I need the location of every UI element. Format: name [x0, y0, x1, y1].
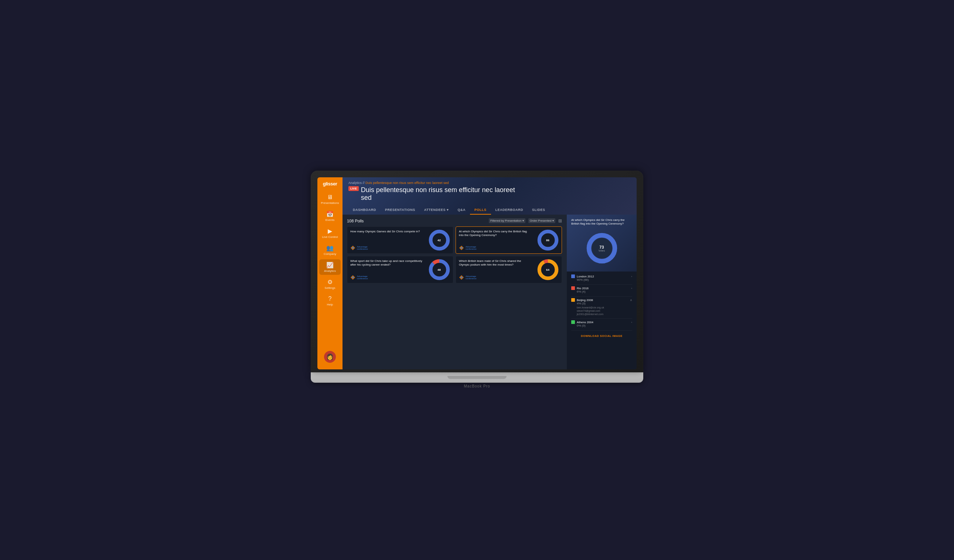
beijing-color-dot	[571, 298, 575, 302]
result-athens: Athens 2004 › 0% (0)	[571, 320, 632, 327]
votes-number: 73	[599, 245, 605, 249]
livecontrol-icon: ▶	[328, 227, 332, 235]
polls-grid: How many Olympic Games did Sir Chris com…	[347, 226, 562, 283]
tab-attendees[interactable]: ATTENDEES ▾	[420, 206, 454, 215]
sidebar-item-presentations[interactable]: 🖥 Presentations	[319, 192, 341, 207]
poll-logo-1: Advantageconference	[350, 245, 422, 250]
tab-leaderboard[interactable]: LEADERBOARD	[491, 206, 528, 215]
divider-1	[571, 285, 632, 285]
sidebar-item-livecontrol[interactable]: ▶ Live Control	[319, 226, 341, 241]
sidebar-label-presentations: Presentations	[321, 201, 339, 205]
help-icon: ?	[329, 296, 332, 302]
donut-label-4: 64	[546, 268, 549, 271]
hero-header: Analytics // Duis pellentesque non risus…	[343, 177, 637, 215]
poll-card-4[interactable]: Which British team mate of Sir Chris sha…	[455, 256, 562, 283]
beijing-chevron: ∧	[630, 299, 632, 302]
rio-name: Rio 2016	[577, 287, 589, 290]
order-presented[interactable]: Order Presented ▾	[528, 218, 555, 223]
divider-2	[571, 296, 632, 297]
donut-4: 64	[537, 258, 559, 281]
settings-icon: ⚙	[327, 278, 332, 286]
athens-color-dot	[571, 320, 575, 324]
rio-chevron: ›	[631, 287, 632, 290]
presentations-icon: 🖥	[327, 194, 333, 201]
breadcrumb-separator: //	[363, 181, 366, 185]
sidebar-item-events[interactable]: 📅 Events	[319, 208, 341, 224]
advantage-text-4: Advantageconference	[466, 275, 477, 280]
sidebar-label-help: Help	[327, 303, 333, 306]
sidebar-item-help[interactable]: ? Help	[319, 293, 341, 308]
sidebar-item-analytics[interactable]: 📈 Analytics	[319, 259, 341, 275]
analytics-icon: 📈	[326, 261, 334, 269]
tab-dashboard[interactable]: DASHBOARD	[348, 206, 380, 215]
poll-card-1-left: How many Olympic Games did Sir Chris com…	[347, 227, 425, 254]
result-beijing-label-row: Beijing 2008	[571, 298, 593, 302]
donut-3: 48	[428, 258, 450, 281]
right-panel: At which Olympics did Sir Chris carry th…	[566, 215, 637, 369]
advantage-logo-icon-1	[350, 245, 355, 250]
email-3: jk2001@btinternet.com	[577, 313, 632, 316]
poll-card-1[interactable]: How many Olympic Games did Sir Chris com…	[347, 226, 454, 254]
poll-logo-4: Advantageconference	[459, 275, 531, 280]
result-london-header[interactable]: London 2012 ›	[571, 274, 632, 278]
sidebar-label-analytics: Analytics	[324, 269, 336, 272]
donut-label-2: 86	[546, 238, 549, 241]
large-donut-label: 73 Votes	[599, 245, 605, 252]
poll-question-4: Which British team mate of Sir Chris sha…	[459, 259, 531, 267]
london-name: London 2012	[577, 275, 594, 278]
beijing-percentage: 4% (3)	[571, 302, 632, 305]
tab-polls[interactable]: POLLS	[470, 206, 491, 215]
email-2: steve74@gmail.com	[577, 310, 632, 312]
sidebar-item-company[interactable]: 👥 Company	[319, 242, 341, 258]
poll-logo-3: Advantageconference	[350, 275, 422, 280]
rio-color-dot	[571, 286, 575, 290]
beijing-name: Beijing 2008	[577, 299, 593, 302]
poll-card-3[interactable]: What sport did Sir Chris take up and rac…	[347, 256, 454, 283]
tab-slides[interactable]: SLIDES	[528, 206, 550, 215]
advantage-logo-icon-4	[459, 275, 464, 280]
result-athens-label-row: Athens 2004	[571, 320, 593, 324]
result-rio: Rio 2016 › 6% (4)	[571, 286, 632, 293]
laptop-wrapper: glisser 🖥 Presentations 📅 Events ▶ Live …	[311, 171, 643, 390]
sidebar-item-settings[interactable]: ⚙ Settings	[319, 276, 341, 292]
sidebar-label-events: Events	[326, 218, 334, 222]
poll-question-2: At which Olympics did Sir Chris carry th…	[459, 230, 531, 238]
advantage-logo-icon-3	[350, 275, 355, 280]
grid-view-icon[interactable]: ⊞	[558, 218, 562, 224]
polls-filters: Filtered by Presentation ▾ Order Present…	[489, 218, 562, 224]
poll-card-4-left: Which British team mate of Sir Chris sha…	[456, 257, 534, 283]
poll-question-3: What sport did Sir Chris take up and rac…	[350, 259, 422, 267]
poll-chart-1: 42	[425, 227, 453, 254]
result-athens-header[interactable]: Athens 2004 ›	[571, 320, 632, 324]
donut-2: 86	[537, 229, 559, 251]
right-panel-question: At which Olympics did Sir Chris carry th…	[571, 218, 632, 226]
email-1: ben.howard@cie.org.uk	[577, 306, 632, 309]
laptop-notch	[447, 376, 507, 379]
breadcrumb: Analytics // Duis pellentesque non risus…	[348, 181, 631, 185]
laptop-screen: glisser 🖥 Presentations 📅 Events ▶ Live …	[317, 177, 637, 369]
tab-qa[interactable]: Q&A	[454, 206, 470, 215]
download-social-image[interactable]: DOWNLOAD SOCIAL IMAGE	[571, 332, 632, 340]
right-panel-chart: 73 Votes	[571, 229, 632, 268]
donut-label-1: 42	[438, 238, 441, 241]
user-avatar[interactable]: 👩	[324, 351, 336, 363]
result-rio-label-row: Rio 2016	[571, 286, 589, 290]
events-icon: 📅	[326, 210, 334, 218]
result-rio-header[interactable]: Rio 2016 ›	[571, 286, 632, 290]
london-chevron: ›	[631, 275, 632, 278]
poll-card-3-left: What sport did Sir Chris take up and rac…	[347, 257, 425, 283]
filter-by-presentation[interactable]: Filtered by Presentation ▾	[489, 218, 525, 223]
beijing-detail: ben.howard@cie.org.uk steve74@gmail.com …	[571, 306, 632, 316]
poll-card-2[interactable]: At which Olympics did Sir Chris carry th…	[455, 226, 562, 254]
polls-count: 108 Polls	[347, 219, 363, 223]
advantage-text-3: Advantageconference	[357, 275, 368, 280]
tab-presentations[interactable]: PRESENTATIONS	[380, 206, 420, 215]
result-beijing-header[interactable]: Beijing 2008 ∧	[571, 298, 632, 302]
sidebar-label-livecontrol: Live Control	[322, 235, 338, 239]
breadcrumb-root: Analytics	[348, 181, 362, 185]
donut-1: 42	[428, 229, 450, 251]
athens-percentage: 0% (0)	[571, 324, 632, 327]
poll-logo-2: Advantageconference	[459, 245, 531, 250]
live-badge: LIVE	[348, 186, 359, 191]
laptop-brand: MacBook Pro	[311, 383, 643, 390]
